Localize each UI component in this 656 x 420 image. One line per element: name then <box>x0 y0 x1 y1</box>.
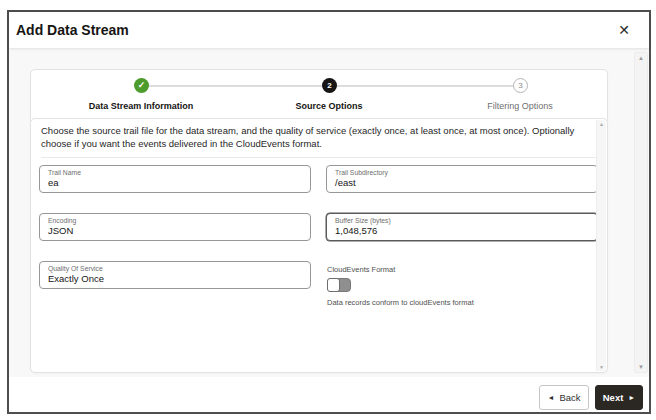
next-arrow-icon: ► <box>628 394 635 401</box>
buffer-size-label: Buffer Size (bytes) <box>335 217 589 225</box>
step-2-label: Source Options <box>295 101 362 111</box>
back-arrow-icon: ◄ <box>547 394 554 401</box>
cloudevents-format-label: CloudEvents Format <box>327 265 395 274</box>
trail-subdirectory-field[interactable]: Trail Subdirectory /east <box>326 165 598 193</box>
trail-name-label: Trail Name <box>48 169 302 177</box>
back-button[interactable]: ◄ Back <box>539 385 589 410</box>
trail-name-field[interactable]: Trail Name ea <box>39 165 311 193</box>
close-icon[interactable]: ✕ <box>613 19 635 41</box>
cloudevents-helper-text: Data records conform to cloudEvents form… <box>327 298 474 307</box>
cloudevents-format-toggle[interactable] <box>327 278 351 292</box>
step-1-label: Data Stream Information <box>89 101 194 111</box>
quality-of-service-value: Exactly Once <box>48 273 302 285</box>
buffer-size-field[interactable]: Buffer Size (bytes) 1,048,576 <box>326 213 598 241</box>
quality-of-service-field[interactable]: Quality Of Service Exactly Once <box>39 261 311 289</box>
step-3-label: Filtering Options <box>487 101 553 111</box>
next-button[interactable]: Next ► <box>595 385 643 410</box>
scroll-down-icon[interactable]: ▼ <box>597 364 606 370</box>
trail-subdirectory-label: Trail Subdirectory <box>335 169 589 177</box>
toggle-knob <box>327 278 340 292</box>
trail-subdirectory-value: /east <box>335 177 589 189</box>
step-2-current-badge[interactable]: 2 <box>322 78 337 93</box>
dialog-body: ✓ 2 3 Data Stream Information Source Opt… <box>9 48 649 377</box>
dialog-header: Add Data Stream ✕ <box>9 12 649 48</box>
encoding-field[interactable]: Encoding JSON <box>39 213 311 241</box>
panel-instructions: Choose the source trail file for the dat… <box>41 125 586 151</box>
trail-name-value: ea <box>48 177 302 189</box>
encoding-value: JSON <box>48 225 302 237</box>
quality-of-service-label: Quality Of Service <box>48 265 302 273</box>
add-data-stream-dialog: Add Data Stream ✕ ✓ 2 3 Data Stream Info… <box>7 10 651 414</box>
scroll-down-icon[interactable]: ▼ <box>635 364 647 370</box>
source-options-panel: Choose the source trail file for the dat… <box>30 118 608 373</box>
dialog-footer: ◄ Back Next ► <box>9 377 649 412</box>
step-3-upcoming-badge[interactable]: 3 <box>513 78 528 93</box>
step-1-complete-check-icon[interactable]: ✓ <box>134 78 149 93</box>
buffer-size-value: 1,048,576 <box>335 225 589 237</box>
scroll-up-icon[interactable]: ▲ <box>597 121 606 127</box>
dialog-title: Add Data Stream <box>16 22 129 38</box>
next-button-label: Next <box>603 392 624 403</box>
scroll-up-icon[interactable]: ▲ <box>635 55 647 61</box>
wizard-stepper: ✓ 2 3 Data Stream Information Source Opt… <box>30 69 608 124</box>
dialog-scrollbar[interactable]: ▲ ▼ <box>634 52 648 373</box>
panel-scrollbar[interactable]: ▲ ▼ <box>596 120 606 371</box>
divider <box>41 157 598 158</box>
encoding-label: Encoding <box>48 217 302 225</box>
back-button-label: Back <box>559 392 580 403</box>
